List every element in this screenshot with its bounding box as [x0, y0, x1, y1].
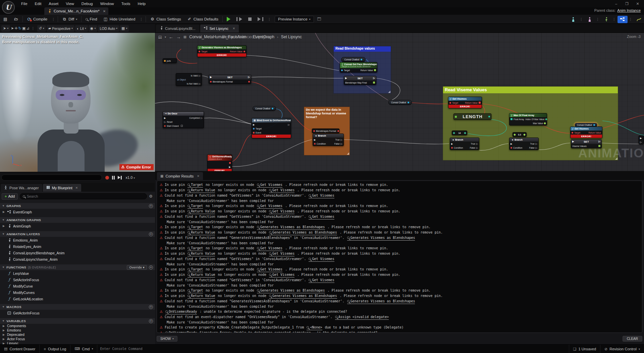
- list-item-setactorinfocus[interactable]: ƒSetActorInFocus: [0, 276, 155, 283]
- menu-edit[interactable]: Edit: [31, 0, 45, 7]
- list-item-convailipsyncblendshape_anim[interactable]: ConvaiLipsyncBlendshape_Anim: [0, 250, 155, 256]
- compiler-tab-close-icon[interactable]: ✕: [197, 174, 200, 178]
- section-add-icon[interactable]: +: [149, 319, 153, 323]
- list-item-getactorinfocus[interactable]: GetActorInFocus: [0, 310, 155, 316]
- record-button[interactable]: [105, 176, 109, 180]
- lit-dropdown[interactable]: ◐Lit▾: [75, 25, 88, 32]
- tab-close-icon[interactable]: ✕: [75, 186, 78, 190]
- minimize-button[interactable]: –: [613, 2, 619, 6]
- error-node-link[interactable]: Get Visemes: [257, 182, 282, 188]
- clear-button[interactable]: CLEAR: [623, 336, 642, 342]
- error-node-link[interactable]: Get Visemes: [309, 256, 334, 262]
- override-dropdown[interactable]: Override ▾: [127, 265, 147, 270]
- timeline-scrubber[interactable]: [1, 174, 102, 181]
- error-node-link[interactable]: Target: [187, 267, 203, 272]
- graph-tab-convailipsync[interactable]: ConvaiLipsyncBl...: [156, 24, 199, 33]
- panel-settings-gear-icon[interactable]: ⚙: [149, 194, 153, 199]
- list-item-lerpvalue[interactable]: ƒLerpValue: [0, 270, 155, 276]
- list-item-modifycurves[interactable]: ƒModifyCurves: [0, 289, 155, 296]
- blueprint-editor-options-icon[interactable]: ⋮: [628, 17, 634, 21]
- playback-speed-dropdown[interactable]: x1.0 ▾: [126, 175, 135, 180]
- scale-tool-icon[interactable]: ▣: [22, 26, 25, 31]
- error-node-link[interactable]: Get Visemes: [309, 278, 334, 283]
- error-node-link[interactable]: Target: [187, 224, 203, 230]
- breadcrumb-item-0[interactable]: Convai_MetaHuman_FaceAnim: [189, 35, 246, 39]
- node-int-14[interactable]: 14: [452, 131, 467, 135]
- list-item-animgraph[interactable]: ▶AnimGraph: [0, 223, 155, 229]
- list-item-components[interactable]: ▶Components: [0, 324, 155, 328]
- error-node-link[interactable]: Target: [187, 288, 203, 293]
- node-inputs-fragment[interactable]: puts: [163, 58, 177, 63]
- rotation-snap-button[interactable]: ↺▾: [37, 25, 46, 32]
- section-header[interactable]: ▼ANIMATION LAYERS+: [0, 231, 155, 237]
- error-node-link[interactable]: Generates Visemes as Blendshapes: [269, 230, 337, 235]
- list-item-deprecated[interactable]: ▶Deprecated: [0, 333, 155, 337]
- show-filter-button[interactable]: SHOW▾: [157, 336, 177, 342]
- breadcrumb-item-2[interactable]: Set Lipsync: [281, 35, 302, 39]
- section-add-icon[interactable]: +: [149, 232, 153, 236]
- animation-editor-options-icon[interactable]: ⋮: [611, 17, 618, 21]
- error-node-link[interactable]: Target: [187, 182, 203, 188]
- node-max-of-float-array[interactable]: ƒMax Of Float ArrayFloat ArrayIndex Of M…: [509, 113, 547, 125]
- forward-icon[interactable]: →: [176, 34, 181, 40]
- error-node-link[interactable]: Return Value: [187, 188, 215, 193]
- node-get-visemes-2[interactable]: ƒGet VisemesTargetReturn ValueERROR!: [570, 127, 602, 138]
- console-command-input[interactable]: Enter Console Command: [100, 347, 167, 351]
- menu-view[interactable]: View: [62, 0, 78, 7]
- expander-icon[interactable]: ▶: [3, 210, 5, 213]
- error-node-link[interactable]: Get Visemes: [257, 203, 282, 209]
- list-item-modifycurve[interactable]: ƒModifyCurve: [0, 283, 155, 289]
- menu-file[interactable]: File: [17, 0, 31, 7]
- compiler-results-tab[interactable]: ▦ Compiler Results ✕: [157, 172, 203, 180]
- var-convai-chatbot-3[interactable]: Convai Chatbot: [388, 100, 412, 105]
- close-button[interactable]: ✕: [635, 2, 641, 6]
- menu-window[interactable]: Window: [97, 0, 118, 7]
- mesh-editor-options-icon[interactable]: ⋮: [595, 17, 601, 21]
- hide-unrelated-options-icon[interactable]: ⋮: [138, 17, 145, 21]
- node-branch-1[interactable]: ◄Branch▶True▷ConditionFalse▷: [313, 134, 344, 146]
- animation-editor-button[interactable]: [601, 16, 611, 23]
- error-node-link[interactable]: Get Visemes: [257, 246, 282, 251]
- menu-help[interactable]: Help: [134, 0, 150, 7]
- unsaved-button[interactable]: ❏ 1 Unsaved: [569, 345, 600, 353]
- node-branch-2[interactable]: ◄Branch▶True▷ConditionFalse▷: [450, 138, 479, 150]
- error-node-link[interactable]: <None>: [307, 325, 322, 330]
- parent-class-link[interactable]: Anim Instance: [617, 8, 641, 12]
- hide-unrelated-button[interactable]: ◫ Hide Unrelated: [100, 15, 139, 24]
- bookmark-icon[interactable]: 🕮: [158, 35, 162, 39]
- menu-debug[interactable]: Debug: [78, 0, 97, 7]
- expander-icon[interactable]: ▶: [3, 333, 5, 336]
- list-item-eventgraph[interactable]: ▶EventGraph: [0, 209, 155, 215]
- checkbox[interactable]: [181, 125, 183, 127]
- possess-button[interactable]: [255, 15, 266, 24]
- error-node-link[interactable]: Generates Visemes as Blendshapes: [257, 224, 325, 230]
- error-node-link[interactable]: Return Value: [187, 293, 215, 299]
- node-set-blendshape-map-final[interactable]: ▶SET▷Blendshape Map Final: [344, 76, 376, 85]
- menu-tools[interactable]: Tools: [118, 0, 134, 7]
- list-item-actor focus[interactable]: ▶Actor Focus: [0, 337, 155, 341]
- snap-icon[interactable]: ⊿: [26, 26, 29, 31]
- error-node-link[interactable]: Return Value: [187, 209, 215, 214]
- maximize-button[interactable]: ❐: [624, 2, 630, 6]
- asset-tab[interactable]: Convai_Me...n_FaceAnim* ✕: [44, 7, 108, 15]
- frame-skip-button[interactable]: [233, 15, 245, 24]
- error-node-link[interactable]: Return Value: [187, 251, 215, 256]
- output-log-button[interactable]: ≡ Output Log: [40, 345, 70, 353]
- perspective-dropdown[interactable]: ▰Perspective▾: [47, 25, 74, 32]
- error-node-link[interactable]: Get Visemes: [269, 209, 294, 214]
- expander-icon[interactable]: ▶: [3, 342, 5, 344]
- search-input[interactable]: Search: [20, 193, 147, 199]
- error-node-link[interactable]: Generates Visemes as Blendshapes: [257, 288, 325, 293]
- compile-button[interactable]: ⟳ Compile: [24, 15, 50, 24]
- error-node-link[interactable]: Generates Visemes as Blendshapes: [347, 235, 415, 241]
- error-node-link[interactable]: Get Visemes: [257, 267, 282, 272]
- expander-icon[interactable]: ▶: [3, 324, 5, 327]
- tab-pose-manager[interactable]: Pose Wa...anager: [1, 184, 42, 192]
- error-node-link[interactable]: Return Value: [187, 230, 215, 235]
- content-drawer-button[interactable]: ▤ Content Drawer: [0, 345, 40, 353]
- diff-button[interactable]: ⧉ Diff▾: [59, 15, 80, 24]
- revision-control-dropdown[interactable]: ⊘ Revision Control▾: [600, 345, 644, 353]
- blueprint-editor-button[interactable]: [618, 16, 628, 23]
- debug-object-button[interactable]: 🗔: [314, 15, 325, 24]
- rotate-tool-icon[interactable]: ↻: [18, 26, 21, 31]
